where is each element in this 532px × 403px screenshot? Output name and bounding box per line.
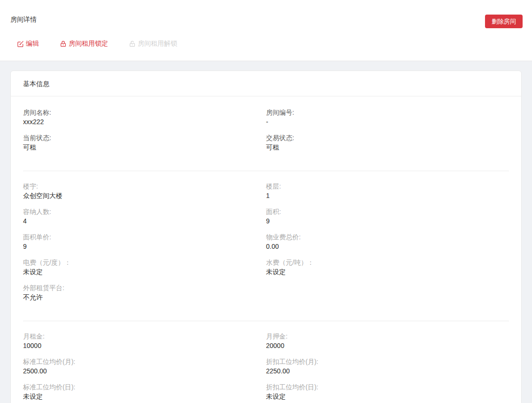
- field-value: 未设定: [23, 267, 266, 277]
- field-value: 4: [23, 216, 266, 226]
- room-rent-lock-label: 房间租用锁定: [69, 40, 108, 48]
- page-header: 房间详情 删除房间 编辑 房间租用锁定: [0, 0, 532, 61]
- field-trade-status: 交易状态: 可租: [266, 133, 509, 152]
- field-value: 1: [266, 191, 509, 200]
- field-label: 交易状态:: [266, 133, 509, 142]
- card-body: 房间名称: xxx222 房间编号: - 当前状态: 可租 交易状态: 可租 楼…: [11, 96, 521, 403]
- field-label: 面积:: [266, 207, 509, 216]
- field-monthly-deposit: 月押金: 20000: [266, 332, 509, 350]
- card-title: 基本信息: [11, 71, 521, 96]
- room-rent-lock-link[interactable]: 房间租用锁定: [60, 40, 108, 48]
- field-electricity-fee: 电费（元/度）： 未设定: [23, 258, 266, 277]
- action-row: 编辑 房间租用锁定 房间租用解锁: [17, 40, 177, 48]
- field-room-number: 房间编号: -: [266, 108, 509, 126]
- field-external-rental-platform: 外部租赁平台: 不允许: [23, 283, 266, 302]
- unlock-icon: [129, 40, 136, 47]
- field-room-name: 房间名称: xxx222: [23, 108, 266, 126]
- section-status: 房间名称: xxx222 房间编号: - 当前状态: 可租 交易状态: 可租: [23, 108, 509, 158]
- lock-icon: [60, 40, 67, 47]
- field-value: 未设定: [266, 392, 509, 401]
- field-label: 电费（元/度）：: [23, 258, 266, 267]
- field-floor: 楼层: 1: [266, 182, 509, 200]
- field-label: 楼宇:: [23, 182, 266, 191]
- field-water-fee: 水费（元/吨）： 未设定: [266, 258, 509, 277]
- field-current-status: 当前状态: 可租: [23, 133, 266, 152]
- field-label: 折扣工位均价(月):: [266, 357, 509, 366]
- field-label: 当前状态:: [23, 133, 266, 142]
- field-capacity: 容纳人数: 4: [23, 207, 266, 226]
- field-label: 外部租赁平台:: [23, 283, 266, 292]
- field-value: 0.00: [266, 242, 509, 251]
- field-label: 房间名称:: [23, 108, 266, 117]
- field-value: 未设定: [266, 267, 509, 277]
- field-discount-seat-price-day: 折扣工位均价(日): 未设定: [266, 382, 509, 401]
- field-value: 2250.00: [266, 366, 509, 376]
- field-area: 面积: 9: [266, 207, 509, 226]
- field-label: 标准工位均价(月):: [23, 357, 266, 366]
- field-label: 月租金:: [23, 332, 266, 341]
- edit-square-icon: [17, 40, 24, 47]
- page-title: 房间详情: [10, 16, 37, 24]
- field-value: 未设定: [23, 392, 266, 401]
- field-monthly-rent: 月租金: 10000: [23, 332, 266, 350]
- field-standard-seat-price-day: 标准工位均价(日): 未设定: [23, 382, 266, 401]
- field-area-unit-price: 面积单价: 9: [23, 232, 266, 251]
- field-label: 水费（元/吨）：: [266, 258, 509, 267]
- field-value: 10000: [23, 341, 266, 350]
- section-building: 楼宇: 众创空间大楼 楼层: 1 容纳人数: 4 面积: 9 面积单价: 9 物…: [23, 182, 509, 308]
- field-label: 物业费总价:: [266, 232, 509, 242]
- field-label: 房间编号:: [266, 108, 509, 117]
- section-pricing: 月租金: 10000 月押金: 20000 标准工位均价(月): 2500.00…: [23, 332, 509, 403]
- basic-info-card: 基本信息 房间名称: xxx222 房间编号: - 当前状态: 可租 交易状态:…: [10, 71, 522, 403]
- field-value: 可租: [266, 142, 509, 152]
- field-label: 楼层:: [266, 182, 509, 191]
- room-rent-unlock-label: 房间租用解锁: [138, 40, 177, 48]
- section-divider: [23, 171, 509, 171]
- field-label: 折扣工位均价(日):: [266, 382, 509, 392]
- section-divider: [23, 321, 509, 321]
- field-label: 容纳人数:: [23, 207, 266, 216]
- room-rent-unlock-link[interactable]: 房间租用解锁: [129, 40, 177, 48]
- field-standard-seat-price-month: 标准工位均价(月): 2500.00: [23, 357, 266, 376]
- field-discount-seat-price-month: 折扣工位均价(月): 2250.00: [266, 357, 509, 376]
- field-value: 可租: [23, 142, 266, 152]
- field-value: 9: [23, 242, 266, 251]
- field-value: 2500.00: [23, 366, 266, 376]
- field-value: xxx222: [23, 117, 266, 126]
- delete-room-button[interactable]: 删除房间: [485, 15, 523, 28]
- field-label: 月押金:: [266, 332, 509, 341]
- field-value: 众创空间大楼: [23, 191, 266, 200]
- field-value: -: [266, 117, 509, 126]
- field-value: 9: [266, 216, 509, 226]
- field-property-fee-total: 物业费总价: 0.00: [266, 232, 509, 251]
- edit-room-label: 编辑: [26, 40, 39, 48]
- field-label: 面积单价:: [23, 232, 266, 242]
- field-label: 标准工位均价(日):: [23, 382, 266, 392]
- edit-room-link[interactable]: 编辑: [17, 40, 39, 48]
- field-building: 楼宇: 众创空间大楼: [23, 182, 266, 200]
- field-value: 不允许: [23, 292, 266, 302]
- field-value: 20000: [266, 341, 509, 350]
